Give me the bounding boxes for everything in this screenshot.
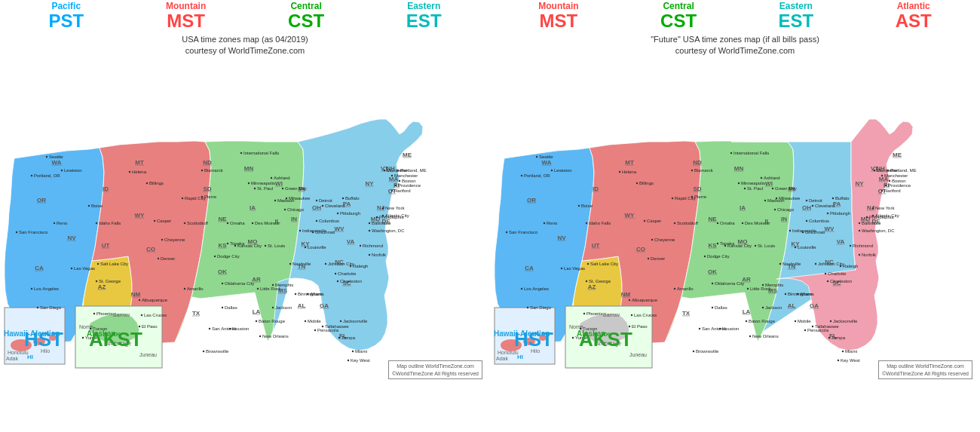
right-eastern-tz: Eastern EST	[779, 2, 814, 32]
left-map-canvas	[0, 59, 490, 383]
left-central-tz: Central CST	[288, 2, 324, 32]
right-map-subtitle: "Future" USA time zones map (if all bill…	[490, 33, 980, 60]
left-pacific-tz: Pacific PST	[48, 2, 84, 32]
left-mountain-tz: Mountain MST	[166, 2, 206, 32]
right-mountain-tz: Mountain MST	[538, 2, 578, 32]
right-central-tz: Central CST	[660, 2, 697, 32]
left-map: Hawaii-Aleutian HST Alaskan AKST Map out…	[0, 59, 490, 432]
right-atlantic-tz: Atlantic AST	[896, 2, 932, 32]
right-map: Hawaii-Aleutian HST Alaskan AKST Map out…	[490, 59, 980, 432]
right-map-canvas	[490, 59, 980, 383]
left-eastern-tz: Eastern EST	[406, 2, 442, 32]
left-map-subtitle: USA time zones map (as 04/2019) courtesy…	[0, 33, 490, 60]
